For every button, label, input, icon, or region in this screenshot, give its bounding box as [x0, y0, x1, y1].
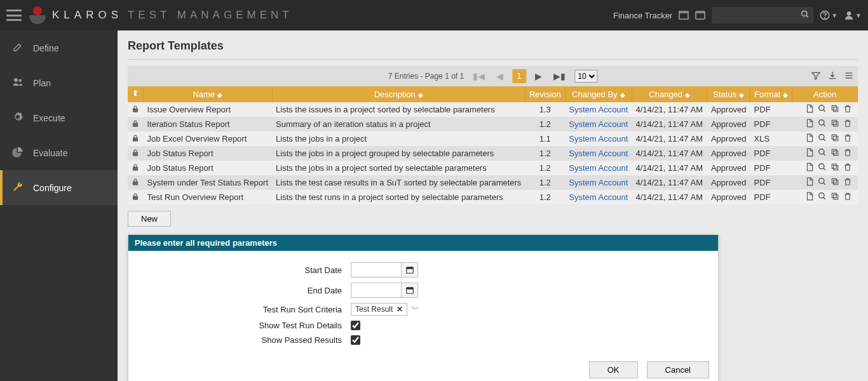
filter-icon[interactable] [811, 70, 821, 83]
start-date-input[interactable] [351, 262, 402, 277]
delete-icon[interactable] [843, 192, 852, 203]
user-menu-icon[interactable]: ▼ [844, 10, 862, 20]
project-name[interactable]: Finance Tracker [613, 11, 672, 20]
table-row[interactable]: Job Status ReportLists the jobs in a pro… [128, 161, 858, 175]
svg-line-22 [823, 139, 825, 141]
cell-description: Summary of an iteration status in a proj… [272, 117, 525, 131]
remove-chip-icon[interactable]: ✕ [397, 305, 403, 314]
sidebar-item-execute[interactable]: Execute [0, 100, 118, 135]
chevron-down-icon[interactable]: ﹀ [411, 304, 419, 315]
svg-line-17 [823, 124, 825, 126]
col-lock[interactable] [128, 86, 144, 102]
preview-icon[interactable] [818, 177, 827, 188]
export-icon[interactable] [805, 177, 814, 188]
sidebar-item-label: Define [33, 43, 58, 53]
col-changed-by[interactable]: Changed By◆ [565, 86, 632, 102]
cell-revision: 1.2 [525, 146, 565, 161]
cell-changed-by[interactable]: System Account [565, 131, 632, 146]
preview-icon[interactable] [818, 148, 827, 159]
col-name[interactable]: Name◆ [144, 86, 273, 102]
sidebar-item-plan[interactable]: Plan [0, 65, 118, 100]
menu-toggle-icon[interactable] [6, 10, 22, 21]
last-page-icon[interactable]: ▶▮ [551, 70, 568, 83]
download-icon[interactable] [827, 70, 837, 83]
table-row[interactable]: System under Test Status ReportLists the… [128, 175, 858, 190]
page-number[interactable]: 1 [512, 69, 526, 83]
copy-icon[interactable] [831, 163, 839, 173]
calendar-icon[interactable] [402, 283, 418, 298]
delete-icon[interactable] [843, 119, 852, 130]
copy-icon[interactable] [831, 148, 839, 159]
delete-icon[interactable] [843, 177, 852, 188]
archive-icon[interactable] [679, 11, 689, 20]
cell-status: Approved [707, 117, 750, 131]
preview-icon[interactable] [818, 104, 827, 115]
export-icon[interactable] [805, 119, 814, 130]
ok-button[interactable]: OK [589, 361, 638, 378]
page-size-select[interactable]: 10 [574, 70, 597, 83]
table-row[interactable]: Job Status ReportLists the jobs in a pro… [128, 146, 858, 161]
table-row[interactable]: Job Excel Overview ReportLists the jobs … [128, 131, 858, 146]
sort-criteria-chip[interactable]: Test Result ✕ [351, 303, 407, 316]
table-row[interactable]: Test Run Overview ReportLists the test r… [128, 190, 858, 204]
svg-rect-24 [832, 135, 836, 139]
sidebar-item-define[interactable]: Define [0, 30, 118, 65]
prev-page-icon[interactable]: ◀ [494, 70, 506, 83]
search-icon[interactable] [801, 10, 810, 21]
show-details-checkbox[interactable] [351, 321, 360, 330]
copy-icon[interactable] [831, 133, 839, 144]
cell-changed-by[interactable]: System Account [565, 161, 632, 175]
calendar-icon[interactable] [402, 262, 418, 277]
preview-icon[interactable] [818, 119, 827, 130]
sidebar-item-configure[interactable]: Configure [0, 170, 118, 205]
menu-icon[interactable] [844, 70, 854, 83]
copy-icon[interactable] [831, 104, 839, 115]
sidebar-item-evaluate[interactable]: Evaluate [0, 135, 118, 170]
export-icon[interactable] [805, 148, 814, 159]
next-page-icon[interactable]: ▶ [532, 70, 545, 83]
delete-icon[interactable] [843, 148, 852, 159]
delete-icon[interactable] [843, 133, 852, 144]
copy-icon[interactable] [831, 119, 839, 130]
col-status[interactable]: Status◆ [707, 86, 750, 102]
sort-criteria-label: Test Run Sort Criteria [141, 305, 351, 314]
help-icon[interactable]: ▼ [820, 10, 837, 20]
new-button[interactable]: New [128, 211, 171, 227]
table-row[interactable]: Issue Overview ReportLists the issues in… [128, 102, 858, 117]
export-icon[interactable] [805, 133, 814, 144]
cell-changed-by[interactable]: System Account [565, 117, 632, 131]
col-changed[interactable]: Changed◆ [632, 86, 707, 102]
sidebar: Define Plan Execute Evaluate Configure [0, 30, 118, 381]
export-icon[interactable] [805, 163, 814, 173]
svg-point-26 [818, 149, 824, 154]
export-icon[interactable] [805, 104, 814, 115]
col-revision[interactable]: Revision [525, 86, 565, 102]
cell-changed-by[interactable]: System Account [565, 190, 632, 204]
cell-changed-by[interactable]: System Account [565, 175, 632, 190]
export-icon[interactable] [805, 192, 814, 203]
cell-changed-by[interactable]: System Account [565, 146, 632, 161]
first-page-icon[interactable]: ▮◀ [470, 70, 487, 83]
preview-icon[interactable] [818, 133, 827, 144]
preview-icon[interactable] [818, 192, 827, 203]
preview-icon[interactable] [818, 163, 827, 173]
delete-icon[interactable] [843, 163, 852, 173]
copy-icon[interactable] [831, 177, 839, 188]
end-date-input[interactable] [351, 283, 402, 298]
svg-point-0 [802, 11, 807, 16]
col-description[interactable]: Description◆ [272, 86, 525, 102]
cell-description: Lists the test case results in a SuT sor… [272, 175, 525, 190]
app-subtitle: TEST MANAGEMENT [128, 9, 293, 22]
global-search-input[interactable] [712, 7, 813, 23]
svg-rect-18 [833, 122, 837, 126]
cell-changed-by[interactable]: System Account [565, 102, 632, 117]
report-templates-table: Name◆ Description◆ Revision Changed By◆ … [128, 86, 858, 204]
cancel-button[interactable]: Cancel [647, 361, 709, 378]
col-format[interactable]: Format◆ [750, 86, 792, 102]
copy-icon[interactable] [831, 192, 839, 203]
table-row[interactable]: Iteration Status ReportSummary of an ite… [128, 117, 858, 131]
server-icon[interactable] [695, 11, 705, 20]
delete-icon[interactable] [843, 104, 852, 115]
show-passed-checkbox[interactable] [351, 335, 360, 345]
cell-format: PDF [750, 102, 792, 117]
